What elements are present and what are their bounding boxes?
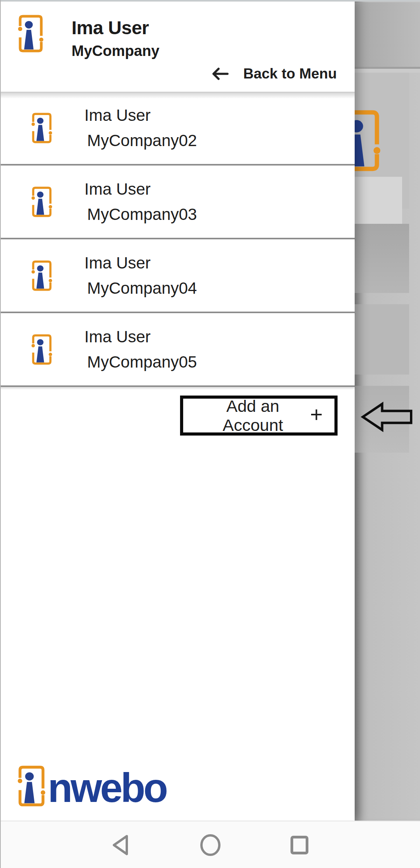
add-account-row: Add an Account + bbox=[0, 396, 355, 436]
back-to-menu-label: Back to Menu bbox=[243, 66, 337, 82]
account-item-text: Ima User MyCompany05 bbox=[84, 328, 197, 371]
nav-back-button[interactable] bbox=[97, 821, 144, 868]
inwebo-account-icon bbox=[355, 110, 382, 171]
current-user-name: Ima User bbox=[72, 17, 149, 38]
arrow-left-icon bbox=[210, 66, 229, 82]
account-list: Ima User MyCompany02 Ima User MyCompany0… bbox=[0, 92, 355, 387]
account-user-name: Ima User bbox=[84, 328, 197, 346]
inwebo-account-icon bbox=[31, 113, 53, 143]
nav-recents-button[interactable] bbox=[276, 821, 323, 868]
backdrop-strip bbox=[355, 69, 420, 73]
plus-icon: + bbox=[310, 404, 323, 425]
back-to-menu-button[interactable]: Back to Menu bbox=[210, 61, 337, 86]
account-company-name: MyCompany04 bbox=[84, 279, 197, 298]
drawer-header: Ima User MyCompany Back to Menu bbox=[0, 0, 355, 92]
account-item-text: Ima User MyCompany02 bbox=[84, 106, 197, 150]
account-item-mycompany05[interactable]: Ima User MyCompany05 bbox=[0, 313, 355, 385]
block-arrow-left-icon bbox=[360, 400, 415, 434]
inwebo-wordmark: nwebo bbox=[48, 769, 166, 807]
account-company-name: MyCompany05 bbox=[84, 353, 197, 371]
screen-top-edge bbox=[0, 0, 420, 2]
list-divider bbox=[0, 385, 355, 387]
account-item-mycompany03[interactable]: Ima User MyCompany03 bbox=[0, 166, 355, 238]
backdrop-tile bbox=[355, 224, 409, 293]
backdrop-tile bbox=[355, 304, 409, 375]
back-triangle-icon bbox=[111, 834, 129, 856]
account-user-name: Ima User bbox=[84, 180, 197, 199]
inwebo-logo: nwebo bbox=[17, 763, 166, 807]
inwebo-logo-icon bbox=[17, 765, 46, 807]
account-item-mycompany02[interactable]: Ima User MyCompany02 bbox=[0, 92, 355, 164]
account-user-name: Ima User bbox=[84, 254, 197, 272]
header-shadow bbox=[0, 93, 355, 99]
nav-home-button[interactable] bbox=[187, 821, 234, 868]
recents-square-icon bbox=[290, 836, 308, 854]
account-user-name: Ima User bbox=[84, 106, 197, 125]
inwebo-account-icon bbox=[17, 15, 44, 52]
backdrop-tile bbox=[355, 2, 420, 67]
account-item-text: Ima User MyCompany03 bbox=[84, 180, 197, 224]
home-circle-icon bbox=[200, 834, 221, 856]
account-item-mycompany04[interactable]: Ima User MyCompany04 bbox=[0, 239, 355, 312]
current-company-name: MyCompany bbox=[72, 43, 159, 59]
android-navbar bbox=[0, 821, 420, 868]
inwebo-account-icon bbox=[31, 260, 53, 291]
screen-left-edge bbox=[0, 0, 1, 868]
account-company-name: MyCompany03 bbox=[84, 205, 197, 224]
dimmed-backdrop bbox=[355, 0, 420, 821]
account-company-name: MyCompany02 bbox=[84, 131, 197, 150]
account-switcher-drawer: Ima User MyCompany Back to Menu Ima User… bbox=[0, 0, 355, 821]
account-item-text: Ima User MyCompany04 bbox=[84, 254, 197, 298]
inwebo-account-icon bbox=[31, 186, 53, 217]
add-account-button[interactable]: Add an Account + bbox=[180, 396, 338, 436]
inwebo-account-icon bbox=[31, 334, 53, 365]
screen: Ima User MyCompany Back to Menu Ima User… bbox=[0, 0, 420, 868]
add-account-label: Add an Account bbox=[196, 397, 310, 435]
